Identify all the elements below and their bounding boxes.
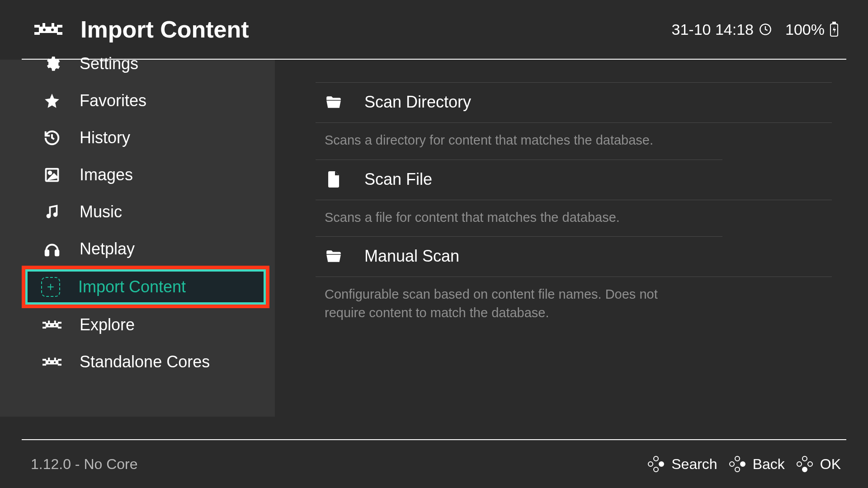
sidebar-item-label: History <box>80 128 130 147</box>
sidebar-item-label: Images <box>80 165 133 184</box>
svg-point-40 <box>735 456 740 461</box>
content-item-description: Configurable scan based on content file … <box>316 277 722 332</box>
content-item-title: Scan Directory <box>364 93 471 112</box>
sidebar-item-music[interactable]: Music <box>0 193 275 230</box>
svg-rect-18 <box>46 323 58 327</box>
content-item-title: Manual Scan <box>364 247 459 266</box>
svg-point-7 <box>43 28 46 31</box>
svg-rect-21 <box>42 327 46 328</box>
svg-point-37 <box>648 462 653 466</box>
svg-point-13 <box>49 172 52 174</box>
svg-rect-6 <box>52 23 54 27</box>
footer-ok-button[interactable]: OK <box>796 455 841 473</box>
sidebar-item-netplay[interactable]: Netplay <box>0 230 275 267</box>
svg-point-8 <box>51 28 54 31</box>
svg-rect-2 <box>57 25 62 28</box>
sidebar-item-favorites[interactable]: Favorites <box>0 82 275 119</box>
dpad-icon <box>796 455 814 473</box>
sidebar-item-settings[interactable]: Settings <box>0 54 275 82</box>
file-icon <box>325 171 343 188</box>
datetime-text: 31-10 14:18 <box>672 21 754 38</box>
svg-point-14 <box>47 215 50 217</box>
svg-point-35 <box>54 361 56 363</box>
version-label: 1.12.0 - No Core <box>31 456 138 473</box>
battery-charging-icon <box>829 22 839 37</box>
svg-rect-20 <box>58 322 61 324</box>
content-item-manual-scan[interactable]: Manual Scan <box>316 237 832 277</box>
history-icon <box>42 129 61 146</box>
svg-point-36 <box>654 456 658 461</box>
sidebar-item-label: Explore <box>80 315 135 334</box>
svg-rect-31 <box>58 364 61 366</box>
svg-rect-33 <box>54 358 56 360</box>
content-item-description: Scans a file for content that matches th… <box>316 200 722 237</box>
svg-point-26 <box>54 324 56 326</box>
svg-rect-27 <box>46 360 58 364</box>
svg-rect-11 <box>833 22 835 24</box>
sidebar-item-explore[interactable]: Explore <box>0 306 275 343</box>
svg-point-46 <box>808 462 812 466</box>
svg-rect-17 <box>56 250 58 255</box>
svg-point-45 <box>797 462 802 466</box>
svg-rect-5 <box>42 23 45 27</box>
plus-dashed-icon: + <box>41 277 60 297</box>
svg-rect-24 <box>54 321 56 323</box>
svg-rect-23 <box>48 321 50 323</box>
sidebar-item-images[interactable]: Images <box>0 156 275 193</box>
svg-point-42 <box>741 462 745 466</box>
svg-rect-4 <box>57 32 62 35</box>
gear-icon <box>42 55 61 72</box>
svg-point-25 <box>48 324 50 326</box>
music-icon <box>42 204 61 220</box>
svg-rect-0 <box>39 27 58 33</box>
star-icon <box>42 92 61 109</box>
dpad-icon <box>728 455 746 473</box>
sidebar-item-label: Standalone Cores <box>80 352 210 371</box>
dpad-icon <box>647 455 665 473</box>
svg-rect-22 <box>58 327 61 328</box>
footer-button-label: Search <box>671 456 717 473</box>
sidebar-item-standalone-cores[interactable]: Standalone Cores <box>0 343 275 380</box>
sidebar-item-label: Netplay <box>80 239 135 258</box>
svg-rect-19 <box>42 322 46 324</box>
sidebar: Settings Favorites History Images Music <box>0 60 275 417</box>
sidebar-item-history[interactable]: History <box>0 119 275 156</box>
sidebar-item-label: Import Content <box>78 277 186 296</box>
svg-rect-3 <box>34 32 40 35</box>
app-logo-icon <box>34 20 62 38</box>
svg-rect-30 <box>42 364 46 366</box>
svg-rect-32 <box>48 358 50 360</box>
image-icon <box>42 167 61 183</box>
content-item-title: Scan File <box>364 170 432 189</box>
folder-open-icon <box>325 95 343 109</box>
battery-display: 100% <box>785 21 839 38</box>
battery-text: 100% <box>785 21 825 38</box>
sidebar-item-import-content[interactable]: + Import Content <box>25 269 266 305</box>
content-item-scan-directory[interactable]: Scan Directory <box>316 83 832 123</box>
header: Import Content 31-10 14:18 100% <box>0 0 868 59</box>
page-title: Import Content <box>80 16 249 43</box>
svg-point-44 <box>802 456 807 461</box>
sidebar-item-label: Favorites <box>80 91 146 110</box>
svg-rect-28 <box>42 359 46 361</box>
content-panel: Scan Directory Scans a directory for con… <box>275 60 868 417</box>
svg-point-34 <box>48 361 50 363</box>
svg-point-38 <box>659 462 664 466</box>
svg-rect-16 <box>46 250 48 255</box>
clock-icon <box>759 23 772 36</box>
footer: 1.12.0 - No Core Search Back OK <box>0 439 868 488</box>
footer-button-label: OK <box>820 456 841 473</box>
svg-point-15 <box>54 213 57 216</box>
headset-icon <box>42 240 61 258</box>
svg-point-43 <box>735 467 740 472</box>
footer-back-button[interactable]: Back <box>728 455 785 473</box>
retroarch-icon <box>42 355 61 369</box>
svg-point-47 <box>802 467 807 472</box>
main-area: Settings Favorites History Images Music <box>0 60 868 417</box>
content-item-scan-file[interactable]: Scan File <box>316 160 832 200</box>
footer-search-button[interactable]: Search <box>647 455 717 473</box>
svg-rect-29 <box>58 359 61 361</box>
footer-button-label: Back <box>753 456 785 473</box>
svg-point-39 <box>654 467 658 472</box>
content-item-description: Scans a directory for content that match… <box>316 123 722 160</box>
